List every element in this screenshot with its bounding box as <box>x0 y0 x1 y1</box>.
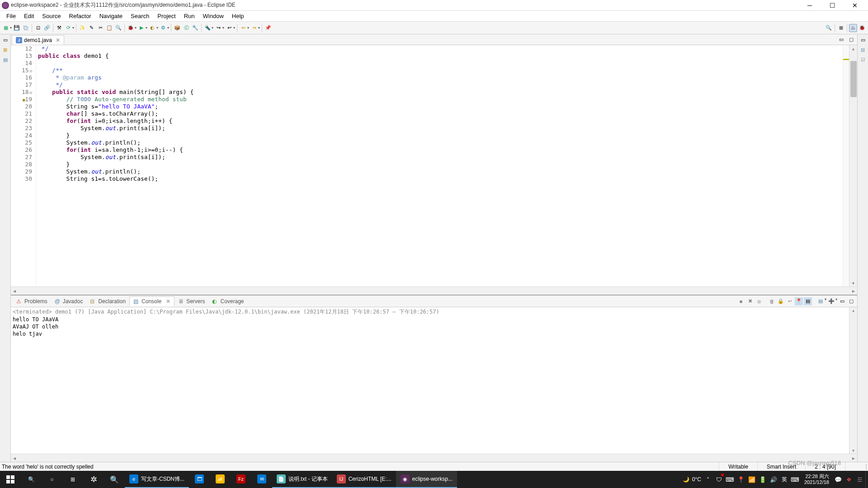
type-button[interactable]: 🔧 <box>191 24 199 32</box>
refresh-button[interactable]: ⟳ <box>64 24 72 32</box>
console-scroll-lock-button[interactable]: 🔒 <box>777 297 785 305</box>
tray-chevron-icon[interactable]: ˄ <box>703 471 714 488</box>
tray-security-icon[interactable]: 🛡 <box>714 471 725 488</box>
link-button[interactable]: 🔗 <box>43 24 51 32</box>
cortana-button[interactable]: ○ <box>42 471 62 488</box>
navigator-icon[interactable]: ▤ <box>2 56 9 63</box>
tray-location-icon[interactable]: 📍 <box>736 471 746 488</box>
code-editor[interactable]: 12131415⊟161718⊟▣19202122232425262728293… <box>11 45 857 286</box>
console-remove-button[interactable]: ✖ <box>746 297 754 305</box>
new-package-button[interactable]: 📦 <box>173 24 181 32</box>
taskbar-app[interactable]: ◉eclipse-worksp... <box>396 471 457 488</box>
wand-button[interactable]: ✨ <box>78 24 86 32</box>
taskbar-app[interactable]: e写文章-CSDN博... <box>125 471 189 488</box>
menu-search[interactable]: Search <box>127 12 153 20</box>
tray-ime2-icon[interactable]: ⌨ <box>790 471 801 488</box>
debug-button[interactable]: 🐞 <box>127 24 135 32</box>
task-view-button[interactable]: ⊞ <box>62 471 83 488</box>
show-desktop-button[interactable] <box>865 471 868 488</box>
editor-tab-demo1[interactable]: J demo1.java ✕ <box>12 35 64 45</box>
new-button[interactable]: ▦ <box>2 24 10 32</box>
tab-console[interactable]: ▤Console✕ <box>129 296 175 306</box>
external-button[interactable]: ⚙ <box>159 24 167 32</box>
menu-source[interactable]: Source <box>38 12 64 20</box>
tray-battery-icon[interactable]: 🔋 <box>757 471 768 488</box>
toggle-button[interactable]: ⊡ <box>34 24 42 32</box>
tab-coverage[interactable]: ◐Coverage <box>208 297 247 306</box>
console-terminate-button[interactable]: ■ <box>737 297 745 305</box>
pin-button[interactable]: 📌 <box>264 24 272 32</box>
package-explorer-icon[interactable]: ⊞ <box>2 46 9 53</box>
taskbar-app[interactable]: 📄说明.txt - 记事本 <box>272 471 332 488</box>
perspective-open-button[interactable]: ⊞ <box>837 24 845 32</box>
menu-navigate[interactable]: Navigate <box>96 12 126 20</box>
minimize-button[interactable]: ─ <box>803 1 816 10</box>
search-icon[interactable]: 🔍 <box>825 24 833 32</box>
editor-horizontal-scrollbar[interactable]: ◂ ▸ <box>11 286 857 295</box>
menu-window[interactable]: Window <box>199 12 227 20</box>
edit2-button[interactable]: ✂ <box>96 24 104 32</box>
code-area[interactable]: */public class demo1 { /** * @param args… <box>36 45 843 286</box>
menu-help[interactable]: Help <box>228 12 248 20</box>
coverage-button[interactable]: ◐ <box>148 24 156 32</box>
console-output[interactable]: <terminated> demo1 (7) [Java Application… <box>11 307 857 454</box>
console-new-button[interactable]: ➕ <box>827 297 835 305</box>
restore-right-icon[interactable]: ▭ <box>859 36 867 43</box>
perspective-debug-button[interactable]: 🐞 <box>858 24 866 32</box>
tab-close-button[interactable]: ✕ <box>56 37 60 43</box>
console-clear-button[interactable]: 🗑 <box>768 297 776 305</box>
tab-javadoc[interactable]: @Javadoc <box>51 297 87 306</box>
taskbar-app[interactable]: 📁 <box>210 471 231 488</box>
edit1-button[interactable]: ✎ <box>87 24 95 32</box>
console-show-button[interactable]: ▤ <box>804 297 812 305</box>
menu-run[interactable]: Run <box>180 12 198 20</box>
weather-widget[interactable]: 🌙0°C <box>681 471 703 488</box>
save-all-button[interactable]: ⿻ <box>22 24 30 32</box>
app-icon-2[interactable]: 🔍 <box>104 471 125 488</box>
taskbar-app[interactable]: IJCerizoHTML [E:... <box>332 471 396 488</box>
menu-file[interactable]: File <box>3 12 19 20</box>
app-icon-1[interactable]: ✲ <box>83 471 104 488</box>
taskbar-clock[interactable]: 22:28 周六 2021/12/18 <box>801 474 833 485</box>
tray-volume-icon[interactable]: 🔊 <box>768 471 779 488</box>
forward-button[interactable]: ⇒ <box>250 24 258 32</box>
nav1-button[interactable]: ↪ <box>214 24 222 32</box>
save-button[interactable]: 💾 <box>13 24 21 32</box>
task-list-icon[interactable]: ☑ <box>859 56 867 63</box>
console-vertical-scrollbar[interactable]: ▴ ▾ <box>849 307 857 454</box>
console-maximize-button[interactable]: ▢ <box>847 297 855 305</box>
tab-servers[interactable]: 🖥Servers <box>175 297 208 306</box>
start-button[interactable] <box>0 471 21 488</box>
console-horizontal-scrollbar[interactable]: ◂▸ <box>11 454 857 462</box>
edit4-button[interactable]: 🔍 <box>114 24 123 32</box>
perspective-java-button[interactable]: ♨ <box>849 24 857 32</box>
console-remove-all-button[interactable]: ⦻ <box>755 297 763 305</box>
editor-minimize-button[interactable]: ▭ <box>837 36 845 44</box>
back-button[interactable]: ⇐ <box>239 24 247 32</box>
run-button[interactable]: ▶ <box>137 24 146 32</box>
close-button[interactable]: ✕ <box>848 1 862 10</box>
tray-wifi-icon[interactable]: 📶 <box>746 471 757 488</box>
tab-declaration[interactable]: ⊟Declaration <box>86 297 129 306</box>
new-class-button[interactable]: Ⓒ <box>182 24 190 32</box>
search2-button[interactable]: 🔦 <box>203 24 212 32</box>
console-minimize-button[interactable]: ▭ <box>838 297 846 305</box>
editor-maximize-button[interactable]: ▢ <box>847 36 855 44</box>
build-button[interactable]: ⚒ <box>55 24 63 32</box>
tray-notification-icon[interactable]: 💬 <box>833 471 844 488</box>
maximize-button[interactable]: ☐ <box>826 1 839 10</box>
tray-ime-icon[interactable]: 英 <box>779 471 790 488</box>
console-display-button[interactable]: ▤ <box>816 297 825 305</box>
overview-ruler[interactable] <box>843 45 849 286</box>
console-tab-close[interactable]: ✕ <box>166 298 170 305</box>
tab-problems[interactable]: ⚠Problems <box>13 297 51 306</box>
restore-icon[interactable]: ▭ <box>2 36 9 43</box>
tray-app2-icon[interactable]: ☰ <box>854 471 865 488</box>
console-word-wrap-button[interactable]: ↩ <box>786 297 794 305</box>
menu-project[interactable]: Project <box>154 12 179 20</box>
taskbar-app[interactable]: Fz <box>231 471 251 488</box>
tray-keyboard-icon[interactable]: ⌨ <box>725 471 736 488</box>
search-button[interactable]: 🔍 <box>21 471 42 488</box>
menu-refactor[interactable]: Refactor <box>66 12 95 20</box>
tray-app1-icon[interactable]: ❖ <box>844 471 854 488</box>
